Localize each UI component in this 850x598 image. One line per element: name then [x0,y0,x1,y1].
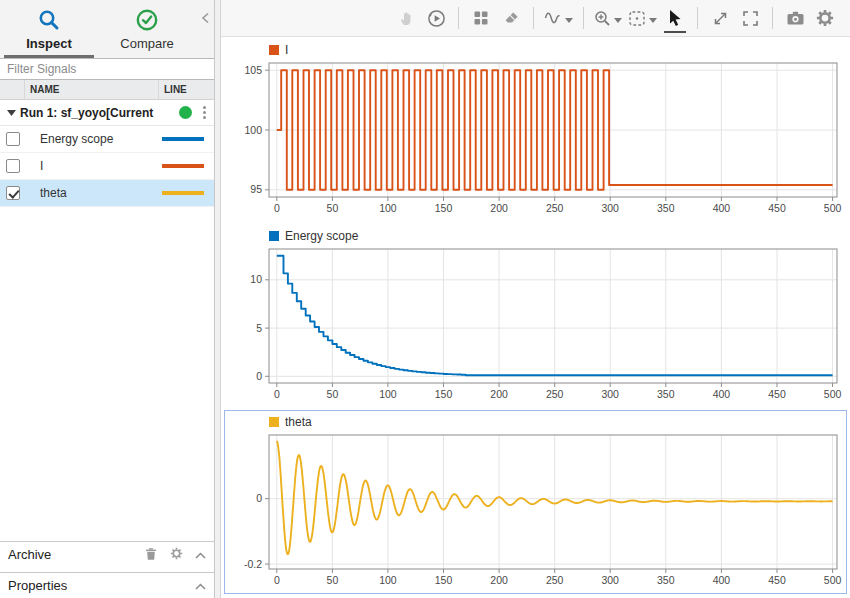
signal-checkbox[interactable] [6,186,20,200]
svg-text:-0.2: -0.2 [244,558,262,570]
svg-text:250: 250 [546,574,564,586]
svg-text:300: 300 [601,574,619,586]
plot-legend: I [269,43,288,57]
svg-text:500: 500 [824,388,842,400]
run-label: Run 1: sf_yoyo[Current [20,106,175,120]
plot-panel-theta[interactable]: theta 050100150200250300350400450500-0.2… [224,410,847,594]
svg-text:0: 0 [274,388,280,400]
svg-text:100: 100 [379,574,397,586]
archive-bar[interactable]: Archive [0,541,214,567]
svg-text:100: 100 [379,202,397,214]
svg-text:250: 250 [546,202,564,214]
properties-collapse-icon[interactable] [195,578,206,593]
replay-icon[interactable] [421,4,451,32]
run-status-dot [179,106,192,119]
toolbar-separator [533,7,534,29]
signal-trace-icon[interactable] [541,4,576,32]
signal-row[interactable]: Energy scope [0,126,214,153]
svg-text:0: 0 [256,370,262,382]
plot-toolbar [221,0,850,37]
line-column-header: LINE [158,80,214,99]
signal-table-header: NAME LINE [0,80,214,100]
svg-text:400: 400 [713,574,731,586]
svg-text:300: 300 [601,388,619,400]
plot-legend: Energy scope [269,229,358,243]
svg-text:400: 400 [713,388,731,400]
svg-text:105: 105 [244,64,262,76]
chart-theta[interactable]: 050100150200250300350400450500-0.20 [225,411,846,595]
svg-text:150: 150 [435,202,453,214]
svg-text:150: 150 [435,574,453,586]
svg-text:50: 50 [327,202,339,214]
collapse-sidebar-icon[interactable] [201,10,210,28]
svg-text:200: 200 [490,202,508,214]
signal-checkbox[interactable] [6,159,20,173]
svg-text:50: 50 [327,388,339,400]
tab-inspect[interactable]: Inspect [0,7,98,58]
toolbar-separator [772,7,773,29]
plot-panel-I[interactable]: I 05010015020025030035040045050095100105 [224,38,847,222]
signal-name: I [20,159,162,173]
tab-compare[interactable]: Compare [98,7,196,58]
signal-checkbox[interactable] [6,132,20,146]
signal-row[interactable]: theta [0,180,214,207]
camera-icon[interactable] [780,4,810,32]
legend-label: Energy scope [285,229,358,243]
fullscreen-icon[interactable] [735,4,765,32]
plot-legend: theta [269,415,312,429]
chart-energy-scope[interactable]: 0501001502002503003504004505000510 [225,225,846,409]
signal-line-swatch [162,164,204,168]
svg-text:400: 400 [713,202,731,214]
chevron-down-icon [614,9,622,27]
simulation-data-inspector: Inspect Compare NAME LINE Run 1: sf_yoyo… [0,0,850,598]
tab-inspect-label: Inspect [26,36,72,51]
chart-I[interactable]: 05010015020025030035040045050095100105 [225,39,846,223]
svg-text:500: 500 [824,574,842,586]
filter-signals-input[interactable] [0,58,214,80]
expand-icon[interactable] [705,4,735,32]
svg-text:0: 0 [274,202,280,214]
svg-text:0: 0 [274,574,280,586]
legend-label: theta [285,415,312,429]
svg-text:450: 450 [768,202,786,214]
inspect-magnifier-icon [37,7,61,33]
zoom-in-icon[interactable] [591,4,625,32]
plot-panel-energy-scope[interactable]: Energy scope 050100150200250300350400450… [224,224,847,408]
signal-name: Energy scope [20,132,162,146]
archive-collapse-icon[interactable] [195,547,206,562]
hand-pan-icon[interactable] [391,4,421,32]
svg-text:300: 300 [601,202,619,214]
kebab-menu-icon[interactable] [201,104,214,121]
svg-text:350: 350 [657,388,675,400]
svg-text:95: 95 [250,183,262,195]
toolbar-separator [697,7,698,29]
legend-label: I [285,43,288,57]
svg-text:150: 150 [435,388,453,400]
layout-grid-icon[interactable] [466,4,496,32]
eraser-icon[interactable] [496,4,526,32]
svg-text:250: 250 [546,388,564,400]
trash-icon[interactable] [144,546,158,564]
signal-line-swatch [162,137,204,141]
signal-line-swatch [162,191,204,195]
svg-text:450: 450 [768,388,786,400]
gear-icon[interactable] [810,4,840,32]
toolbar-separator [458,7,459,29]
properties-bar[interactable]: Properties [0,572,214,598]
signal-row[interactable]: I [0,153,214,180]
signal-list: Energy scopeItheta [0,126,214,207]
svg-text:100: 100 [379,388,397,400]
pointer-icon[interactable] [660,4,690,32]
name-column-header: NAME [25,84,158,95]
fit-to-view-icon[interactable] [625,4,660,32]
svg-text:0: 0 [256,492,262,504]
legend-swatch [269,417,279,427]
run-row[interactable]: Run 1: sf_yoyo[Current [0,100,214,126]
svg-text:450: 450 [768,574,786,586]
svg-text:50: 50 [327,574,339,586]
svg-text:200: 200 [490,574,508,586]
sidebar: Inspect Compare NAME LINE Run 1: sf_yoyo… [0,0,215,598]
expander-icon[interactable] [7,110,16,116]
archive-gear-icon[interactable] [170,547,183,563]
tab-compare-label: Compare [120,36,173,51]
